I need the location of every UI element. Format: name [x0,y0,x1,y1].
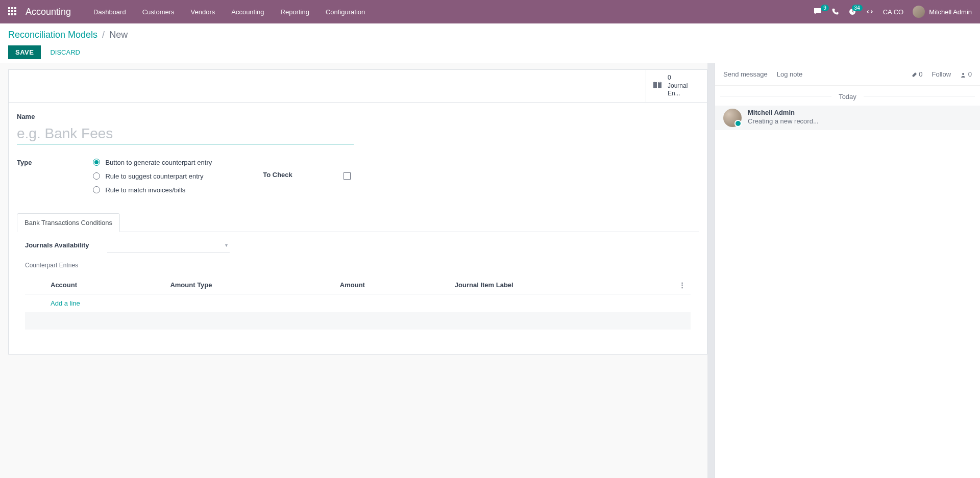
stat-label: Journal En... [668,82,701,98]
tab-content: Journals Availability Counterpart Entrie… [17,232,699,339]
stat-count: 0 [668,74,701,82]
message-author: Mitchell Admin [748,109,819,116]
type-radio-group: Button to generate counterpart entry Rul… [93,159,212,194]
followers-button[interactable]: 0 [960,70,972,78]
discard-button[interactable]: DISCARD [45,45,85,59]
action-buttons: SAVE DISCARD [8,45,972,59]
radio-unchecked-icon [93,186,100,193]
form-pane: 0 Journal En... Name Type Button to gene… [0,63,707,478]
main-menu: Dashboard Customers Vendors Accounting R… [85,8,373,16]
table-row-empty [25,312,691,330]
app-brand[interactable]: Accounting [26,7,71,17]
type-label: Type [17,159,32,191]
followers-count: 0 [968,70,972,78]
phone-icon[interactable] [832,8,839,15]
form-body: Name Type Button to generate counterpart… [9,103,707,354]
nav-right: 9 34 CA CO Mitchell Admin [814,6,972,18]
debug-icon[interactable] [866,8,874,16]
attachment-button[interactable]: 0 [911,70,923,78]
messages-badge: 9 [821,5,829,11]
activities-icon[interactable]: 34 [848,8,856,16]
avatar-icon [913,6,925,18]
tab-header: Bank Transactions Conditions [17,213,699,232]
top-nav: Accounting Dashboard Customers Vendors A… [0,0,980,23]
table-row: Add a line [25,294,691,312]
name-input[interactable] [17,123,354,144]
send-message-button[interactable]: Send message [723,70,768,78]
type-option-label: Rule to match invoices/bills [105,186,185,194]
type-option-match[interactable]: Rule to match invoices/bills [93,186,212,194]
type-option-suggest[interactable]: Rule to suggest counterpart entry [93,172,212,180]
nav-configuration[interactable]: Configuration [317,8,373,16]
th-journal-item-label[interactable]: Journal Item Label [450,276,674,294]
stat-button-row: 0 Journal En... [9,70,707,103]
message-text: Creating a new record... [748,117,819,125]
type-option-button[interactable]: Button to generate counterpart entry [93,159,212,166]
control-panel: Reconciliation Models / New SAVE DISCARD [0,23,980,63]
add-line-button[interactable]: Add a line [51,299,80,307]
book-icon [652,81,663,90]
to-check-label: To Check [263,171,292,179]
th-amount[interactable]: Amount [335,276,450,294]
journals-label: Journals Availability [25,241,89,249]
nav-customers[interactable]: Customers [134,8,183,16]
follow-button[interactable]: Follow [932,70,951,78]
nav-reporting[interactable]: Reporting [273,8,317,16]
tab-bank-transactions[interactable]: Bank Transactions Conditions [17,213,120,232]
attachment-count: 0 [919,70,922,78]
radio-checked-icon [93,159,100,166]
apps-icon[interactable] [8,7,17,16]
name-label: Name [17,113,699,120]
main-content: 0 Journal En... Name Type Button to gene… [0,63,980,478]
table-options-icon[interactable]: ⋮ [679,281,685,289]
chatter-toolbar: Send message Log note 0 Follow 0 [715,63,980,86]
journals-dropdown[interactable] [107,241,230,253]
journal-entries-stat-button[interactable]: 0 Journal En... [646,70,707,102]
type-option-label: Button to generate counterpart entry [105,159,212,166]
form-sheet: 0 Journal En... Name Type Button to gene… [8,69,707,355]
radio-unchecked-icon [93,172,100,180]
chatter-date-divider: Today [715,86,980,106]
counterpart-label: Counterpart Entries [25,262,691,269]
breadcrumb: Reconciliation Models / New [8,30,972,40]
th-amount-type[interactable]: Amount Type [165,276,334,294]
company-selector[interactable]: CA CO [883,8,903,16]
breadcrumb-current: New [109,30,128,40]
chatter-message: Mitchell Admin Creating a new record... [715,106,980,130]
to-check-checkbox[interactable] [344,172,351,180]
nav-accounting[interactable]: Accounting [223,8,272,16]
scrollbar[interactable] [707,63,715,478]
breadcrumb-separator: / [102,30,105,40]
messages-icon[interactable]: 9 [814,8,823,16]
nav-vendors[interactable]: Vendors [183,8,224,16]
save-button[interactable]: SAVE [8,45,41,59]
user-name: Mitchell Admin [929,8,972,16]
th-account[interactable]: Account [45,276,165,294]
nav-dashboard[interactable]: Dashboard [85,8,134,16]
activities-badge: 34 [852,5,863,11]
chatter: Send message Log note 0 Follow 0 Today M… [715,63,980,478]
breadcrumb-parent[interactable]: Reconciliation Models [8,30,97,40]
message-avatar [723,109,742,127]
log-note-button[interactable]: Log note [777,70,803,78]
type-option-label: Rule to suggest counterpart entry [105,172,203,180]
user-menu[interactable]: Mitchell Admin [913,6,972,18]
tabs: Bank Transactions Conditions Journals Av… [17,213,699,339]
counterpart-table: Account Amount Type Amount Journal Item … [25,276,691,330]
